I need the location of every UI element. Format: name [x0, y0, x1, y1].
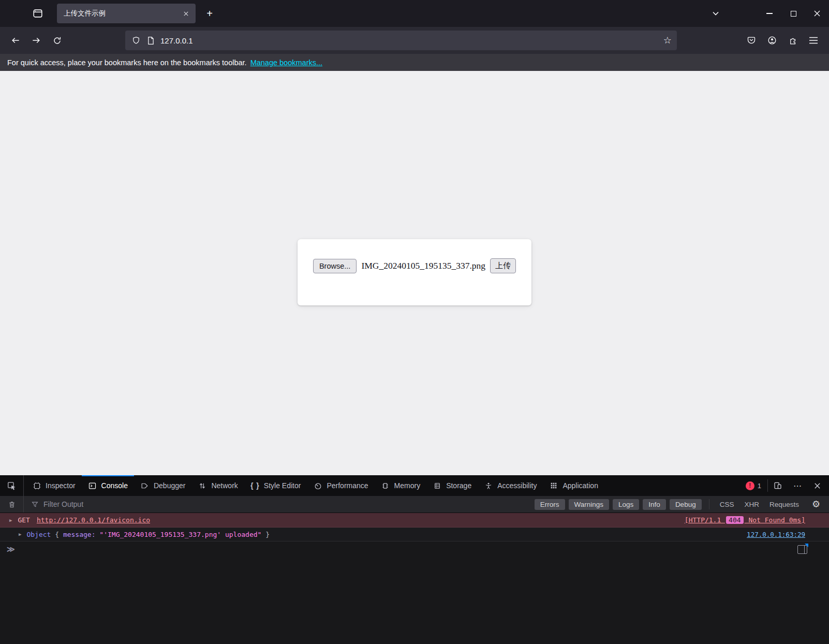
inspector-icon [32, 481, 41, 490]
close-brace: } [261, 531, 270, 538]
devtools-tab-inspector[interactable]: Inspector [26, 475, 82, 496]
url-text[interactable]: 127.0.0.1 [160, 36, 663, 45]
console-log-row[interactable]: ▶ Object { message: "'IMG_20240105_19513… [0, 528, 829, 541]
response-status[interactable]: [HTTP/1.1 404 Not Found 0ms] [685, 516, 829, 524]
error-count: 1 [758, 482, 761, 490]
maximize-icon [791, 11, 796, 17]
extensions-button[interactable] [782, 31, 803, 50]
log-source-link[interactable]: 127.0.0.1:63:29 [747, 531, 829, 538]
editor-mode-toggle-icon[interactable] [797, 545, 807, 554]
trash-icon [8, 500, 16, 509]
node-picker-button[interactable] [0, 475, 24, 496]
filter-xhr-button[interactable]: XHR [744, 501, 759, 508]
window-close-button[interactable] [805, 0, 829, 27]
console-network-error-row[interactable]: ▶ GET http://127.0.0.1/favicon.ico [HTTP… [0, 513, 829, 528]
reload-icon [52, 36, 62, 46]
request-method: GET [18, 516, 29, 524]
new-tab-button[interactable]: + [201, 5, 218, 22]
console-input-row[interactable]: ≫ [0, 541, 829, 557]
devtools-tab-performance[interactable]: Performance [307, 475, 374, 496]
error-badge-icon[interactable]: ! [746, 481, 754, 490]
close-icon [813, 10, 821, 17]
filter-debug-button[interactable]: Debug [670, 499, 702, 510]
devtools-tab-label: Style Editor [264, 481, 301, 490]
tab-close-icon[interactable] [180, 8, 191, 19]
devtools-tab-label: Network [211, 481, 238, 490]
puzzle-icon [788, 36, 798, 46]
account-button[interactable] [762, 31, 782, 50]
menu-button[interactable] [803, 31, 824, 50]
console-icon [88, 481, 97, 490]
bookmark-star-icon[interactable]: ☆ [663, 35, 672, 46]
devtools-more-button[interactable]: ⋯ [788, 475, 807, 496]
navigation-toolbar: 127.0.0.1 ☆ [0, 27, 829, 54]
plus-icon: + [206, 8, 213, 20]
object-label[interactable]: Object [26, 531, 51, 538]
devtools-tab-label: Inspector [46, 481, 76, 490]
devtools-tab-label: Debugger [154, 481, 186, 490]
chevron-down-icon [712, 11, 719, 16]
devtools-tab-application[interactable]: Application [543, 475, 604, 496]
firefox-view-button[interactable] [29, 5, 47, 22]
list-all-tabs-button[interactable] [706, 5, 726, 22]
devtools-tab-debugger[interactable]: Debugger [134, 475, 192, 496]
filter-info-button[interactable]: Info [643, 499, 666, 510]
meatball-menu-icon: ⋯ [793, 481, 802, 491]
devtools-tab-accessibility[interactable]: Accessibility [478, 475, 543, 496]
expand-arrow-icon[interactable]: ▶ [19, 532, 21, 537]
node-picker-icon [7, 481, 17, 491]
performance-icon [313, 481, 322, 490]
console-prompt-icon[interactable]: ≫ [7, 545, 15, 554]
url-bar[interactable]: 127.0.0.1 ☆ [125, 31, 677, 50]
forward-button[interactable] [26, 31, 47, 50]
filter-placeholder: Filter Output [43, 500, 83, 508]
pocket-button[interactable] [741, 31, 762, 50]
style-editor-icon: { } [250, 481, 260, 490]
minimize-button[interactable] [758, 0, 781, 27]
bookmarks-hint-text: For quick access, place your bookmarks h… [7, 58, 247, 67]
status-prefix: [HTTP/1.1 [685, 516, 725, 524]
filter-buttons: Errors Warnings Logs Info Debug CSS XHR … [531, 499, 829, 510]
devtools-tab-network[interactable]: Network [191, 475, 244, 496]
back-icon [10, 35, 21, 46]
manage-bookmarks-link[interactable]: Manage bookmarks... [250, 58, 322, 67]
filter-logs-button[interactable]: Logs [613, 499, 639, 510]
shield-icon [131, 36, 141, 45]
open-brace: { [51, 531, 63, 538]
upload-button[interactable]: 上传 [490, 258, 516, 273]
upload-card: Browse... IMG_20240105_195135_337.png 上传 [298, 239, 531, 305]
page-info-icon[interactable] [147, 36, 155, 45]
request-url-link[interactable]: http://127.0.0.1/favicon.ico [37, 516, 150, 524]
browser-tab[interactable]: 上传文件示例 [57, 4, 196, 23]
upload-form: Browse... IMG_20240105_195135_337.png 上传 [313, 258, 516, 273]
pocket-icon [746, 35, 757, 46]
filter-css-button[interactable]: CSS [720, 501, 734, 508]
filter-errors-button[interactable]: Errors [535, 499, 565, 510]
back-button[interactable] [5, 31, 26, 50]
browse-button[interactable]: Browse... [313, 259, 357, 273]
status-suffix: Not Found 0ms] [745, 516, 805, 524]
reload-button[interactable] [47, 31, 67, 50]
devtools-panel: Inspector Console Debugger Network [0, 475, 829, 644]
filter-requests-button[interactable]: Requests [769, 501, 799, 508]
devtools-close-button[interactable] [807, 475, 827, 496]
titlebar-controls [706, 0, 829, 27]
filter-warnings-button[interactable]: Warnings [569, 499, 610, 510]
devtools-tab-storage[interactable]: Storage [426, 475, 478, 496]
console-empty-area[interactable] [0, 557, 829, 644]
devtools-tab-label: Console [101, 481, 128, 490]
devtools-tab-console[interactable]: Console [82, 475, 134, 496]
responsive-design-button[interactable] [768, 475, 788, 496]
clear-console-button[interactable] [0, 496, 24, 513]
filter-input[interactable]: Filter Output [31, 500, 83, 508]
selected-filename: IMG_20240105_195135_337.png [361, 260, 485, 271]
devtools-tab-memory[interactable]: Memory [375, 475, 427, 496]
toolbar-icons [741, 31, 824, 50]
expand-arrow-icon[interactable]: ▶ [9, 518, 12, 523]
application-icon [549, 481, 558, 490]
devtools-tab-style-editor[interactable]: { } Style Editor [244, 475, 307, 496]
console-settings-button[interactable]: ⚙ [808, 499, 824, 510]
network-icon [198, 481, 207, 490]
forward-icon [31, 35, 41, 46]
maximize-button[interactable] [781, 0, 805, 27]
